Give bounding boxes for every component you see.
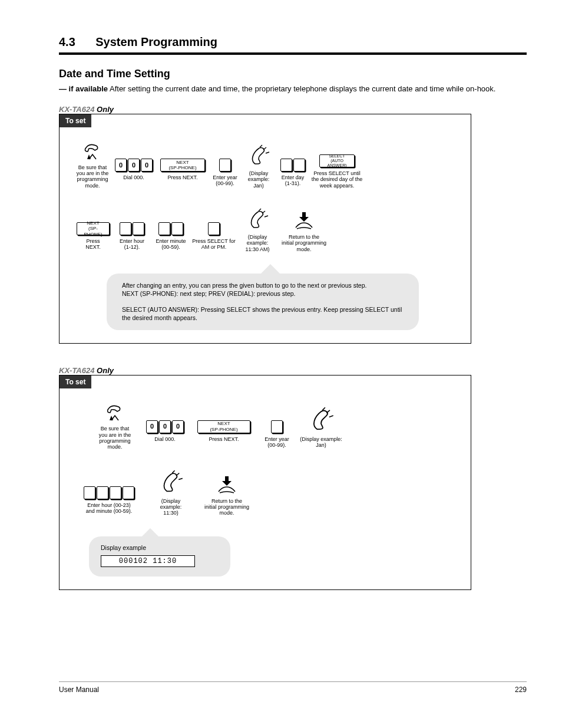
section-subtitle: System Programming (95, 35, 217, 48)
ringing-handset-icon (158, 469, 184, 495)
p2s4-label: Enter year (00-99). (265, 436, 289, 450)
panel2-row1: Be sure that you are in the programming … (59, 375, 471, 450)
svg-marker-3 (222, 476, 232, 486)
p1s7-label: Press SELECT until the desired day of th… (312, 170, 363, 189)
time-keys[interactable] (83, 472, 135, 499)
intro-paragraph: — if available After setting the current… (59, 84, 527, 94)
p1s5-label: (Display example: Jan) (241, 170, 276, 189)
footer-left: User Manual (59, 686, 99, 694)
subsection-heading: Date and Time Setting (59, 68, 527, 80)
intro-avail: — if available (59, 84, 108, 93)
procedure-panel-2: To set Be sure that you are in the progr… (59, 375, 471, 590)
p1r2s3-label: Enter minute (00-59). (156, 238, 186, 252)
panel1-row1: Be sure that you are in the programming … (59, 114, 471, 189)
p2s2-label: Dial 000. (154, 436, 176, 450)
p2s5-label: (Display example: Jan) (300, 436, 342, 450)
minute-keys[interactable] (158, 208, 184, 235)
next-button[interactable]: NEXT (SP-PHONE) (160, 159, 205, 172)
p1r2s4-label: Press SELECT for AM or PM. (192, 238, 235, 252)
p2r2s2-label: (Display example: 11:30) (160, 498, 182, 516)
offhook-icon (82, 141, 103, 162)
p1s4-label: Enter year (00-99). (213, 174, 237, 189)
ringing-handset-icon (308, 406, 335, 433)
onhook-icon (292, 211, 316, 231)
onhook-icon (215, 475, 239, 495)
p1r2s2-label: Enter hour (1-12). (120, 238, 144, 252)
lcd-display: 000102 11:30 (101, 555, 195, 567)
dial-000-keys-2[interactable]: 000 (146, 406, 184, 433)
p1r2s6-label: Return to the initial programming mode. (282, 234, 326, 252)
p1s1-label: Be sure that you are in the programming … (74, 164, 111, 189)
p2r2s1-label: Enter hour (00-23) and minute (00-59). (86, 502, 133, 516)
callout2-text: Display example (101, 543, 219, 552)
pbx-only-label-2: KX-TA624 Only (59, 366, 527, 375)
panel1-callout: After changing an entry, you can press t… (107, 274, 419, 330)
panel2-row2: Enter hour (00-23) and minute (00-59). (… (59, 450, 471, 516)
dial-000-keys[interactable]: 000 (114, 144, 153, 172)
p1r2s5-label: (Display example: 11:30 AM) (245, 234, 269, 252)
ampm-key[interactable] (207, 208, 220, 235)
ringing-handset-icon (247, 144, 270, 167)
callout-text: After changing an entry, you can press t… (122, 282, 404, 322)
hour-keys[interactable] (119, 208, 145, 235)
year-key[interactable] (219, 144, 232, 172)
p2s3-label: Press NEXT. (209, 436, 239, 450)
offhook-icon (104, 403, 125, 423)
panel-tab: To set (59, 375, 91, 388)
panel2-callout: Display example 000102 11:30 (89, 536, 230, 577)
footer-right: 229 (515, 686, 527, 694)
page-footer: User Manual 229 (59, 681, 527, 694)
p1s6-label: Enter day (1-31). (282, 174, 305, 189)
p1s3-label: Press NEXT. (167, 174, 197, 189)
next-button-2[interactable]: NEXT (SP-PHONE) (77, 222, 110, 235)
ringing-handset-icon (246, 207, 269, 231)
day-keys[interactable] (280, 144, 306, 172)
select-button[interactable]: SELECT (AUTO ANSWER) (319, 154, 355, 167)
section-number: 4.3 (59, 35, 75, 48)
panel-tab: To set (59, 114, 91, 127)
callout-pointer-icon (260, 264, 281, 275)
procedure-panel-1: To set Be sure that you are in the progr… (59, 114, 471, 344)
next-button-3[interactable]: NEXT (SP-PHONE) (197, 420, 250, 433)
panel1-row2: NEXT (SP-PHONE) Press NEXT. Enter hour (… (59, 189, 471, 252)
title-divider (59, 52, 527, 55)
pbx-only-label-1: KX-TA624 Only (59, 105, 527, 114)
intro-body: After setting the current date and time,… (110, 84, 495, 93)
year-key-2[interactable] (270, 406, 283, 433)
svg-marker-1 (299, 212, 309, 222)
p2s1-label: Be sure that you are in the programming … (91, 426, 138, 450)
p1r2s1-label: Press NEXT. (85, 238, 101, 252)
p2r2s3-label: Return to the initial programming mode. (204, 498, 249, 516)
p1s2-label: Dial 000. (123, 174, 144, 189)
callout-pointer-icon (141, 528, 160, 538)
